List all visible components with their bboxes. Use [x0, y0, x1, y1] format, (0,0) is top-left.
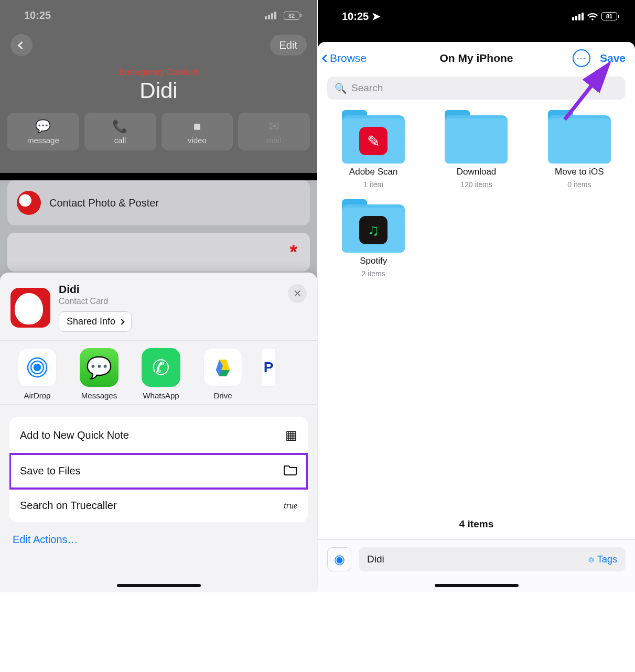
action-truecaller[interactable]: Search on Truecaller true — [9, 489, 308, 522]
save-button[interactable]: Save — [600, 52, 626, 64]
folder-icon — [445, 115, 508, 164]
status-bar: 10:25➤ 81 — [318, 0, 635, 32]
folder-item[interactable]: ♫Spotify2 items — [327, 204, 419, 278]
folder-name: Move to iOS — [555, 167, 604, 177]
status-icons: 81 — [572, 12, 619, 20]
edit-actions-link[interactable]: Edit Actions… — [0, 522, 317, 557]
call-button[interactable]: 📞call — [84, 113, 156, 150]
items-count: 4 items — [318, 511, 635, 539]
battery-icon: 82 — [284, 12, 302, 20]
chevron-right-icon — [119, 319, 124, 324]
folder-item-count: 0 items — [567, 180, 591, 189]
share-subtitle: Contact Card — [59, 297, 132, 306]
share-actions-list: Add to New Quick Note ▦ Save to Files Se… — [9, 417, 308, 522]
share-app-airdrop[interactable]: AirDrop — [15, 348, 60, 400]
share-title: Didi — [59, 283, 132, 296]
folder-name: Adobe Scan — [349, 167, 398, 177]
wifi-icon — [587, 13, 598, 20]
message-icon: 💬 — [35, 119, 51, 134]
edit-button[interactable]: Edit — [270, 35, 307, 56]
close-button[interactable]: ✕ — [288, 284, 307, 303]
filename-input[interactable]: Didi ⌾Tags — [359, 547, 626, 571]
search-placeholder: Search — [351, 82, 383, 94]
folder-item[interactable]: Download120 items — [430, 115, 522, 189]
tags-button[interactable]: ⌾Tags — [588, 554, 617, 565]
folder-item-count: 1 item — [363, 180, 383, 189]
spotify-icon: ♫ — [359, 216, 388, 244]
video-icon: ■ — [193, 119, 201, 134]
message-button[interactable]: 💬message — [7, 113, 79, 150]
files-sheet: Browse On My iPhone ⋯ Save 🔍 Search ✎Ado… — [318, 42, 635, 592]
folder-item-count: 2 items — [362, 269, 385, 278]
avatar-icon — [17, 191, 41, 215]
folder-icon — [548, 115, 611, 164]
video-button[interactable]: ■video — [162, 113, 233, 150]
mail-icon: ✉ — [269, 119, 279, 134]
folder-icon: ♫ — [342, 204, 405, 253]
redaction-star-icon: * — [289, 241, 297, 264]
action-quick-note[interactable]: Add to New Quick Note ▦ — [9, 417, 308, 453]
tags-icon: ⌾ — [588, 554, 594, 565]
truecaller-icon: true — [284, 501, 297, 511]
share-app-whatsapp[interactable]: ✆WhatsApp — [138, 348, 184, 400]
page-title: On My iPhone — [439, 52, 513, 64]
adobe-icon: ✎ — [359, 127, 388, 155]
svg-point-0 — [34, 364, 40, 371]
search-input[interactable]: 🔍 Search — [327, 77, 626, 100]
share-app-messages[interactable]: 💬Messages — [77, 348, 122, 400]
folder-item[interactable]: ✎Adobe Scan1 item — [327, 115, 419, 189]
redacted-row: * — [7, 233, 310, 272]
chevron-left-icon — [322, 54, 330, 62]
browse-back-button[interactable]: Browse — [323, 52, 367, 64]
status-bar: 10:25 82 — [0, 0, 317, 29]
cellular-icon — [572, 13, 584, 20]
cellular-icon — [265, 12, 276, 19]
status-icons: 82 — [265, 12, 302, 20]
action-save-to-files[interactable]: Save to Files — [9, 453, 308, 489]
share-apps-row[interactable]: AirDrop 💬Messages ✆WhatsApp Drive P — [0, 340, 317, 405]
contact-photo-poster-row[interactable]: Contact Photo & Poster — [7, 180, 310, 225]
ellipsis-icon: ⋯ — [576, 52, 587, 64]
folder-item-count: 120 items — [460, 180, 492, 189]
home-indicator[interactable] — [435, 584, 519, 587]
folder-icon: ✎ — [342, 115, 405, 164]
search-icon: 🔍 — [335, 82, 347, 94]
folders-grid: ✎Adobe Scan1 itemDownload120 itemsMove t… — [318, 100, 635, 511]
more-button[interactable]: ⋯ — [573, 49, 590, 67]
share-app-drive[interactable]: Drive — [200, 348, 245, 400]
quick-note-icon: ▦ — [285, 428, 297, 442]
share-avatar-icon — [10, 288, 50, 328]
folder-name: Download — [457, 167, 497, 177]
folder-item[interactable]: Move to iOS0 items — [533, 115, 626, 189]
back-button[interactable] — [10, 34, 33, 56]
share-sheet: Didi Contact Card Shared Info ✕ AirDrop … — [0, 273, 317, 592]
share-app-partial[interactable]: P — [262, 348, 275, 400]
contact-name: Didi — [0, 78, 317, 103]
shared-info-button[interactable]: Shared Info — [59, 311, 132, 332]
status-time: 10:25➤ — [342, 10, 381, 23]
location-icon: ➤ — [372, 10, 381, 23]
contact-card-icon[interactable]: ◉ — [327, 547, 351, 571]
mail-button: ✉mail — [238, 113, 310, 150]
folder-name: Spotify — [360, 256, 387, 266]
battery-icon: 81 — [601, 12, 619, 20]
emergency-contact-label: Emergency Contact — [0, 68, 317, 77]
folder-icon — [284, 464, 297, 478]
status-time: 10:25 — [24, 9, 51, 21]
home-indicator[interactable] — [117, 584, 201, 587]
phone-icon: 📞 — [112, 119, 128, 134]
